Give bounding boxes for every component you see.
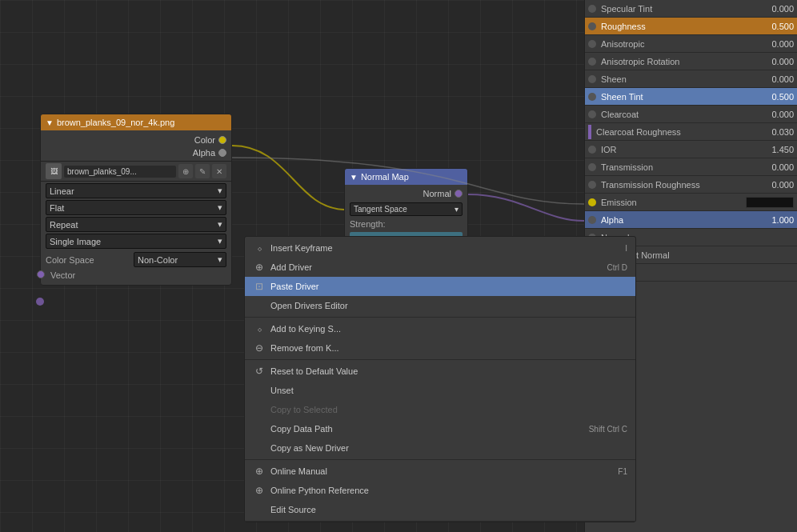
clearcoat-socket (588, 110, 596, 118)
ctx-paste-driver-label: Paste Driver (270, 282, 623, 291)
ior-value: 1.450 (771, 145, 794, 154)
anisotropic-row[interactable]: Anisotropic 0.000 (585, 35, 797, 53)
interpolation-value: Linear (50, 186, 74, 196)
image-texture-node: ▼ brown_planks_09_nor_4k.png Color Alpha… (40, 114, 232, 286)
anisotropic-value: 0.000 (771, 39, 794, 49)
ctx-copy-new-driver[interactable]: Copy as New Driver (245, 438, 635, 458)
alpha-output-row: Alpha (41, 146, 231, 159)
anisotropic-label: Anisotropic (601, 39, 771, 49)
ctx-add-keying[interactable]: ⬦ Add to Keying S... (245, 319, 635, 338)
emission-color-swatch[interactable] (746, 197, 794, 208)
insert-keyframe-icon: ⬦ (253, 242, 266, 254)
sheen-label: Sheen (601, 74, 771, 84)
color-output-label: Color (194, 135, 215, 145)
ctx-copy-selected-label: Copy to Selected (270, 405, 627, 414)
interpolation-chevron: ▾ (218, 186, 222, 196)
transmission-row[interactable]: Transmission 0.000 (585, 158, 797, 176)
ctx-section-drivers: ⬦ Insert Keyframe I ⊕ Add Driver Ctrl D … (245, 237, 635, 318)
source-select[interactable]: Single Image ▾ (46, 234, 226, 249)
transmission-roughness-label: Transmission Roughness (601, 180, 771, 190)
normal-map-space-value: Tangent Space (354, 205, 407, 214)
specular-tint-label: Specular Tint (601, 4, 771, 14)
interpolation-select[interactable]: Linear ▾ (46, 183, 226, 198)
ctx-add-driver-label: Add Driver (270, 262, 602, 272)
node-collapse-icon[interactable]: ▼ (46, 118, 54, 127)
sheen-tint-row[interactable]: Sheen Tint 0.500 (585, 88, 797, 106)
anisotropic-socket (588, 40, 596, 48)
alpha-label: Alpha (601, 215, 771, 225)
paste-driver-icon: ⊡ (253, 280, 266, 293)
alpha-row[interactable]: Alpha 1.000 (585, 211, 797, 229)
ctx-paste-driver[interactable]: ⊡ Paste Driver (245, 277, 635, 296)
specular-tint-socket (588, 5, 596, 13)
image-close-button[interactable]: ✕ (212, 164, 226, 178)
ctx-insert-keyframe-shortcut: I (625, 244, 627, 253)
projection-select[interactable]: Flat ▾ (46, 200, 226, 215)
alpha-value: 1.000 (771, 215, 794, 225)
ior-row[interactable]: IOR 1.450 (585, 141, 797, 158)
color-space-row: Color Space Non-Color ▾ (41, 250, 231, 269)
reset-default-icon: ↺ (253, 365, 266, 378)
ctx-add-driver[interactable]: ⊕ Add Driver Ctrl D (245, 258, 635, 277)
ctx-section-copy: ↺ Reset to Default Value Unset Copy to S… (245, 360, 635, 460)
ctx-insert-keyframe[interactable]: ⬦ Insert Keyframe I (245, 238, 635, 258)
image-browse-button[interactable]: ⊕ (178, 164, 193, 178)
ctx-unset[interactable]: Unset (245, 381, 635, 400)
sheen-row[interactable]: Sheen 0.000 (585, 70, 797, 88)
ctx-copy-selected: Copy to Selected (245, 400, 635, 419)
anisotropic-rotation-label: Anisotropic Rotation (601, 57, 771, 66)
transmission-roughness-socket (588, 181, 596, 189)
transmission-socket (588, 163, 596, 171)
ctx-open-drivers-editor[interactable]: Open Drivers Editor (245, 296, 635, 315)
roughness-row[interactable]: Roughness 0.500 (585, 18, 797, 35)
ior-label: IOR (601, 145, 771, 154)
specular-tint-row[interactable]: Specular Tint 0.000 (585, 0, 797, 18)
normal-output-socket[interactable] (455, 190, 463, 198)
sheen-tint-value: 0.500 (771, 92, 794, 102)
clearcoat-row[interactable]: Clearcoat 0.000 (585, 106, 797, 123)
normal-map-strength-label: Strength: (345, 218, 467, 230)
image-toolbar: 🖼 brown_planks_09... ⊕ ✎ ✕ (41, 161, 231, 182)
normal-map-collapse-icon[interactable]: ▼ (350, 173, 358, 182)
specular-tint-value: 0.000 (771, 4, 794, 14)
emission-label: Emission (601, 198, 746, 207)
color-space-label: Color Space (46, 255, 130, 265)
image-edit-button[interactable]: ✎ (195, 164, 210, 178)
clearcoat-roughness-row[interactable]: Clearcoat Roughness 0.030 (585, 123, 797, 141)
image-node-title: brown_planks_09_nor_4k.png (57, 118, 226, 127)
ctx-online-python-reference[interactable]: ⊕ Online Python Reference (245, 481, 635, 500)
ctx-online-manual-shortcut: F1 (618, 467, 627, 476)
ctx-online-manual-label: Online Manual (270, 466, 613, 476)
ctx-remove-keying[interactable]: ⊖ Remove from K... (245, 338, 635, 358)
clearcoat-label: Clearcoat (601, 110, 771, 119)
ior-socket (588, 146, 596, 154)
unset-icon (253, 384, 266, 397)
projection-value: Flat (50, 203, 64, 213)
edit-source-icon (253, 503, 266, 516)
ctx-online-manual[interactable]: ⊕ Online Manual F1 (245, 462, 635, 481)
color-space-value: Non-Color (138, 255, 178, 265)
projection-chevron: ▾ (218, 202, 222, 213)
source-chevron: ▾ (218, 236, 222, 246)
source-value: Single Image (50, 237, 101, 246)
image-node-body: Color Alpha 🖼 brown_planks_09... ⊕ ✎ ✕ L… (41, 130, 231, 285)
color-space-select[interactable]: Non-Color ▾ (134, 252, 226, 267)
ctx-edit-source[interactable]: Edit Source (245, 500, 635, 519)
ctx-remove-keying-label: Remove from K... (270, 343, 627, 353)
sheen-value: 0.000 (771, 74, 794, 84)
ctx-open-drivers-editor-label: Open Drivers Editor (270, 301, 627, 310)
color-space-chevron: ▾ (218, 254, 222, 265)
ctx-copy-data-path[interactable]: Copy Data Path Shift Ctrl C (245, 419, 635, 438)
vector-input-socket[interactable] (37, 270, 45, 278)
image-name-field[interactable]: brown_planks_09... (64, 166, 176, 178)
alpha-output-socket[interactable] (218, 149, 226, 157)
ctx-reset-default[interactable]: ↺ Reset to Default Value (245, 362, 635, 381)
color-output-socket[interactable] (218, 136, 226, 144)
extension-select[interactable]: Repeat ▾ (46, 217, 226, 232)
emission-socket (588, 198, 596, 206)
copy-data-path-icon (253, 422, 266, 435)
emission-row[interactable]: Emission (585, 194, 797, 211)
normal-map-space-select[interactable]: Tangent Space ▾ (350, 202, 463, 216)
anisotropic-rotation-row[interactable]: Anisotropic Rotation 0.000 (585, 53, 797, 70)
transmission-roughness-row[interactable]: Transmission Roughness 0.000 (585, 176, 797, 194)
